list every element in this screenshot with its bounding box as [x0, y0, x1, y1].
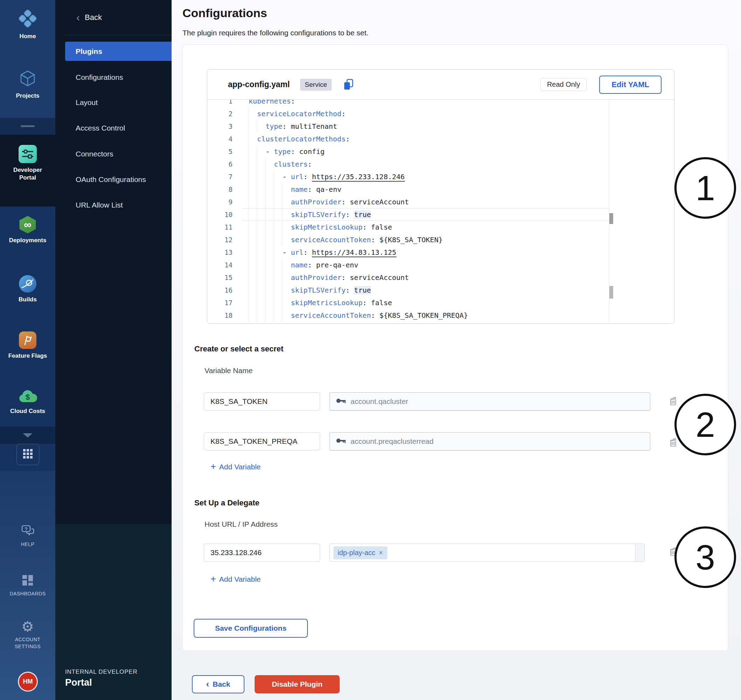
tag-label: idp-play-acc [337, 549, 376, 557]
sidebar-item-cloud-costs[interactable]: $ Cloud Costs [0, 390, 55, 415]
line-number: 16 [207, 284, 233, 296]
user-avatar[interactable]: HM [19, 673, 37, 691]
sidebar-item-label: Cloud Costs [10, 407, 45, 415]
scrollbar-thumb[interactable] [609, 286, 613, 299]
sidebar-item-label: ACCOUNT SETTINGS [9, 636, 47, 650]
code-text: kubernetes: [249, 100, 295, 107]
dashboards-icon [22, 575, 33, 587]
code-line[interactable]: 16skipTLSVerify: true [207, 284, 674, 296]
yaml-code-area[interactable]: 1kubernetes:2serviceLocatorMethod:3type:… [207, 100, 674, 324]
remove-tag-icon[interactable]: ✕ [379, 550, 383, 556]
yaml-editor-header: app-config.yaml Service Read Only Edit Y… [207, 70, 674, 100]
code-line[interactable]: 11skipMetricsLookup: false [207, 221, 674, 234]
sidebar-item-builds[interactable]: Builds [0, 275, 55, 303]
add-variable-link[interactable]: + Add Variable [211, 462, 261, 471]
secondary-sidebar: ‹ Back Plugins Configurations Layout Acc… [55, 0, 172, 700]
secret-select-field[interactable]: account.preqaclusterread [330, 432, 650, 450]
back-nav[interactable]: ‹ Back [55, 9, 172, 26]
code-line[interactable]: 1kubernetes: [207, 100, 674, 107]
svg-text:$: $ [25, 393, 30, 401]
module-selector-button[interactable] [16, 444, 39, 465]
back-button[interactable]: ‹ Back [192, 675, 245, 693]
code-text: - url: https://35.233.128.246 [249, 171, 405, 183]
secret-value: account.preqaclusterread [351, 437, 433, 446]
code-line[interactable]: 15authProvider: serviceAccount [207, 271, 674, 284]
code-line[interactable]: 7- url: https://35.233.128.246 [207, 171, 674, 183]
variable-name-label: Variable Name [205, 366, 252, 375]
subsidebar-item-access-control[interactable]: Access Control [55, 118, 172, 138]
delegate-section-heading: Set Up a Delegate [194, 499, 259, 507]
delete-variable-icon[interactable] [669, 396, 678, 407]
code-text: name: pre-qa-env [249, 259, 358, 271]
subsidebar-item-url-allow-list[interactable]: URL Allow List [55, 195, 172, 215]
save-configurations-button[interactable]: Save Configurations [194, 619, 308, 638]
subsidebar-item-oauth-configurations[interactable]: OAuth Configurations [55, 170, 172, 189]
sidebar-item-home[interactable]: Home [0, 9, 55, 40]
sidebar-item-label: Builds [19, 296, 37, 303]
code-line[interactable]: 5- type: config [207, 145, 674, 158]
line-number: 15 [207, 271, 233, 284]
secret-select-field[interactable]: account.qacluster [330, 392, 650, 410]
line-number: 3 [207, 120, 233, 133]
infinity-glyph: ∞ [24, 219, 31, 230]
code-text: clusterLocatorMethods: [249, 133, 350, 145]
code-text: skipTLSVerify: true [249, 208, 371, 221]
scrollbar-thumb[interactable] [609, 213, 613, 224]
sidebar-item-account-settings[interactable]: ⚙ ACCOUNT SETTINGS [0, 620, 55, 650]
sidebar-item-label: Feature Flags [9, 352, 47, 360]
code-line[interactable]: 9authProvider: serviceAccount [207, 196, 674, 208]
code-line[interactable]: 18serviceAccountToken: ${K8S_SA_TOKEN_PR… [207, 309, 674, 322]
code-line[interactable]: 13- url: https://34.83.13.125 [207, 246, 674, 259]
code-line[interactable]: 17skipMetricsLookup: false [207, 296, 674, 309]
host-url-label: Host URL / IP Address [205, 520, 278, 528]
code-line[interactable]: 8name: qa-env [207, 183, 674, 196]
delegate-tag-chip[interactable]: idp-play-acc ✕ [333, 546, 387, 559]
code-text: skipMetricsLookup: false [249, 296, 392, 309]
line-number: 6 [207, 158, 233, 171]
code-line[interactable]: 14name: pre-qa-env [207, 259, 674, 271]
subsidebar-item-configurations[interactable]: Configurations [55, 68, 172, 87]
code-text: serviceAccountToken: ${K8S_SA_TOKEN} [249, 234, 443, 246]
code-line[interactable]: 3type: multiTenant [207, 120, 674, 133]
sidebar-item-label: Developer Portal [5, 166, 50, 182]
sidebar-item-dashboards[interactable]: DASHBOARDS [0, 575, 55, 597]
line-number: 1 [207, 100, 233, 107]
add-variable-link[interactable]: + Add Variable [211, 574, 261, 584]
plus-icon: + [211, 462, 216, 471]
code-text: type: multiTenant [249, 120, 337, 133]
sidebar-item-help[interactable]: ? HELP [0, 525, 55, 548]
code-line[interactable]: 4clusterLocatorMethods: [207, 133, 674, 145]
delete-variable-icon[interactable] [669, 437, 678, 449]
code-text: skipTLSVerify: true [249, 284, 371, 296]
key-icon [336, 397, 346, 406]
back-button-label: Back [212, 680, 230, 688]
line-number: 13 [207, 246, 233, 259]
delegate-tags-field[interactable]: idp-play-acc ✕ [330, 544, 645, 562]
code-line[interactable]: 10skipTLSVerify: true [207, 208, 674, 221]
sidebar-item-developer-portal[interactable]: Developer Portal [0, 145, 55, 182]
sidebar-item-label: DASHBOARDS [9, 590, 46, 597]
sidebar-item-projects[interactable]: Projects [0, 69, 55, 100]
edit-yaml-button[interactable]: Edit YAML [599, 76, 661, 94]
developer-portal-icon [19, 145, 37, 163]
variable-name-input[interactable] [204, 432, 320, 450]
code-line[interactable]: 12serviceAccountToken: ${K8S_SA_TOKEN} [207, 234, 674, 246]
line-number: 14 [207, 259, 233, 271]
sidebar-item-feature-flags[interactable]: Feature Flags [0, 331, 55, 360]
subsidebar-item-connectors[interactable]: Connectors [55, 144, 172, 163]
code-line[interactable]: 6clusters: [207, 158, 674, 171]
line-number: 2 [207, 107, 233, 120]
sidebar-item-label: HELP [21, 541, 35, 548]
disable-plugin-button[interactable]: Disable Plugin [255, 675, 340, 693]
variable-name-input[interactable] [204, 392, 320, 410]
sidebar-item-deployments[interactable]: ∞ Deployments [0, 216, 55, 244]
annotation-number: 3 [695, 537, 715, 578]
sidebar-collapse-handle[interactable] [21, 125, 35, 127]
host-url-input[interactable] [204, 544, 320, 562]
subsidebar-item-plugins[interactable]: Plugins [65, 42, 172, 61]
code-line[interactable]: 2serviceLocatorMethod: [207, 107, 674, 120]
copy-icon[interactable] [343, 78, 354, 91]
add-variable-label: Add Variable [219, 575, 261, 584]
subsidebar-item-layout[interactable]: Layout [55, 93, 172, 112]
sidebar-collapse-chevron[interactable] [0, 433, 55, 437]
